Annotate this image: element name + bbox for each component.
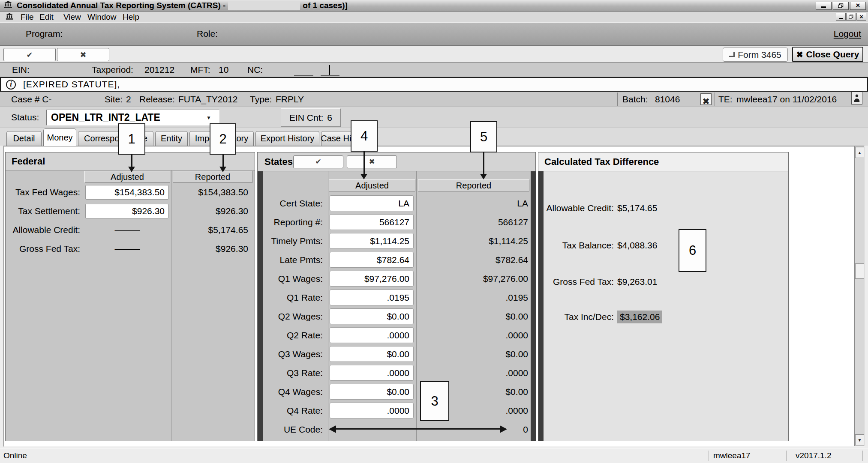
scroll-down-button[interactable]: ▼: [855, 434, 864, 445]
text-caret: [329, 65, 330, 75]
mdi-restore-button[interactable]: [846, 13, 856, 21]
states-reported-value: $782.64: [418, 251, 531, 269]
accept-button[interactable]: ✔: [3, 48, 56, 61]
states-row: Q1 Rate:.0195.0195: [263, 288, 536, 307]
window-title-suffix: of 1 cases)]: [303, 1, 348, 10]
row-label: Tax Settlement:: [6, 203, 80, 220]
row-label: Late Pmts:: [263, 251, 323, 269]
states-adjusted-input[interactable]: $0.00: [330, 308, 414, 324]
statute-message-row: i [EXPIRED STATUTE],: [0, 77, 868, 92]
federal-reported-value: $5,174.65: [172, 221, 251, 239]
states-adjusted-input[interactable]: .0000: [330, 327, 414, 343]
row-label: Tax Fed Wages:: [6, 184, 80, 201]
callout-4-arrowhead: [360, 174, 367, 179]
case-number: Case # C-: [11, 92, 52, 107]
arrow-down-icon: ▼: [858, 438, 862, 442]
divider: [709, 451, 709, 461]
x-icon: ✖: [702, 94, 710, 109]
restore-button[interactable]: [833, 2, 849, 10]
states-reject-button[interactable]: ✖: [347, 155, 397, 168]
federal-adjusted-input[interactable]: $154,383.50: [85, 185, 168, 200]
status-label: Status:: [11, 107, 39, 128]
logout-link[interactable]: Logout: [834, 29, 861, 39]
close-query-label: Close Query: [806, 49, 859, 60]
states-adjusted-header: Adjusted: [329, 179, 415, 191]
row-label: Gross Fed Tax:: [6, 240, 80, 257]
states-accept-button[interactable]: ✔: [293, 155, 343, 168]
clear-batch-button[interactable]: ✖: [700, 93, 712, 105]
row-label: Tax Inc/Dec:: [544, 311, 614, 323]
minimize-button[interactable]: [816, 2, 832, 10]
check-icon: ✔: [315, 158, 321, 166]
close-query-button[interactable]: ✖Close Query: [792, 47, 863, 62]
row-label: Tax Balance:: [544, 239, 614, 252]
states-adjusted-input[interactable]: $1,114.25: [330, 233, 414, 249]
federal-panel: Federal Adjusted Reported Tax Fed Wages:…: [5, 152, 255, 441]
states-adjusted-input[interactable]: $97,276.00: [330, 271, 414, 287]
states-reported-value: 0: [418, 420, 531, 439]
menu-window[interactable]: Window: [87, 12, 117, 22]
batch-value: 81046: [655, 92, 680, 107]
states-row: Cert State:LALA: [263, 194, 536, 213]
tab-money[interactable]: Money: [43, 128, 76, 146]
calculated-value: $3,162.06: [617, 311, 662, 323]
scrollbar-thumb[interactable]: [855, 263, 864, 279]
callout-3-arrow: [336, 428, 500, 430]
menu-view[interactable]: View: [63, 12, 81, 22]
states-adjusted-input[interactable]: LA: [330, 195, 414, 211]
callout-5-arrowhead: [480, 174, 487, 179]
federal-adjusted-header: Adjusted: [84, 171, 170, 183]
ein-count-label: EIN Cnt:: [289, 113, 323, 123]
menu-file[interactable]: File: [21, 12, 34, 22]
check-icon: ✔: [26, 50, 33, 60]
federal-row: Allowable Credit:———$5,174.65: [6, 221, 255, 239]
callout-3-arrowhead-left: [329, 425, 336, 433]
federal-adjusted-input[interactable]: $926.30: [85, 204, 168, 218]
mdi-close-button[interactable]: ×: [856, 13, 866, 21]
scroll-up-button[interactable]: ▲: [855, 147, 864, 158]
site-label: Site:: [105, 92, 123, 107]
x-icon: ✖: [80, 50, 86, 60]
vertical-scrollbar[interactable]: ▲ ▼: [854, 146, 865, 446]
row-label: Q2 Rate:: [263, 326, 323, 345]
states-adjusted-input[interactable]: .0000: [330, 365, 414, 381]
x-icon: ✖: [369, 158, 375, 166]
states-adjusted-input[interactable]: $0.00: [330, 346, 414, 362]
states-reported-value: $0.00: [418, 307, 531, 326]
calculated-value: $5,174.65: [617, 202, 657, 215]
states-adjusted-input[interactable]: .0195: [330, 290, 414, 305]
row-label: Reporting #:: [263, 213, 323, 232]
close-button[interactable]: ×: [850, 2, 866, 10]
row-label: Q3 Wages:: [263, 345, 323, 364]
reject-button[interactable]: ✖: [57, 48, 109, 61]
states-adjusted-input[interactable]: $782.64: [330, 252, 414, 268]
row-label: Cert State:: [263, 194, 323, 213]
tab-export-history[interactable]: Export History: [255, 131, 319, 146]
tab-detail[interactable]: Detail: [6, 131, 42, 146]
callout-4-arrow: [363, 152, 365, 174]
callout-5-arrow: [483, 152, 484, 174]
restore-icon: [849, 15, 853, 19]
states-row: Q4 Wages:$0.00$0.00: [263, 382, 536, 401]
divider: [862, 451, 863, 461]
states-adjusted-input[interactable]: 566127: [330, 214, 414, 230]
calculated-tax-panel: Calculated Tax Difference Allowable Cred…: [538, 152, 789, 441]
info-icon: i: [6, 80, 16, 90]
calculated-row: Gross Fed Tax:$9,263.01: [544, 275, 784, 288]
callout-6: 6: [679, 229, 706, 272]
callout-5: 5: [470, 121, 497, 152]
callout-2-arrow: [222, 155, 224, 167]
te-label: TE:: [718, 92, 733, 107]
menu-edit[interactable]: Edit: [39, 12, 54, 22]
tab-entity[interactable]: Entity: [155, 131, 188, 146]
federal-row: Gross Fed Tax:———$926.30: [6, 240, 255, 257]
states-adjusted-input[interactable]: .0000: [330, 403, 414, 418]
row-label: Allowable Credit:: [544, 202, 614, 215]
states-adjusted-input[interactable]: $0.00: [330, 384, 414, 400]
menu-help[interactable]: Help: [123, 12, 139, 22]
release-value: FUTA_TY2012: [178, 92, 238, 107]
ein-header-row: EIN: Taxperiod: 201212 MFT: 10 NC:: [0, 63, 868, 77]
form-3465-button[interactable]: Form 3465: [723, 48, 788, 62]
calculated-value: $9,263.01: [617, 275, 657, 288]
mdi-minimize-button[interactable]: [836, 13, 846, 21]
